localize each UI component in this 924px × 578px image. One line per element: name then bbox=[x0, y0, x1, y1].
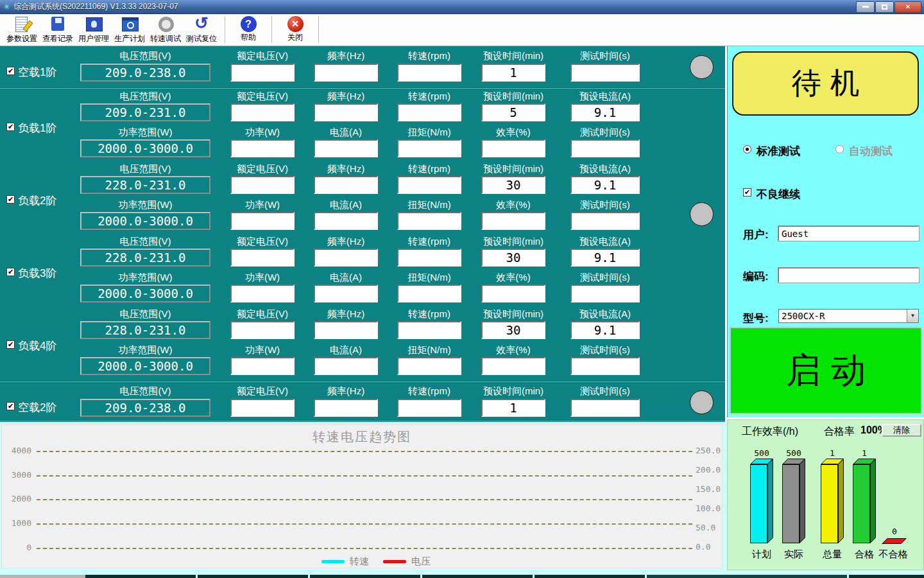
start-button[interactable]: 启动 bbox=[730, 327, 922, 414]
chevron-down-icon[interactable]: ▼ bbox=[907, 310, 918, 322]
field-input[interactable] bbox=[314, 285, 378, 302]
bad-continue-checkbox[interactable]: ✔ bbox=[743, 188, 751, 197]
field-input[interactable] bbox=[570, 249, 640, 267]
window-title: 综合测试系统(S202211069) V1.3.33 2023-07-07 bbox=[13, 1, 856, 12]
field-label: 功率(W) bbox=[230, 344, 295, 356]
speed-icon bbox=[156, 15, 175, 33]
stage-label: 负载2阶 bbox=[18, 193, 56, 208]
field-input[interactable] bbox=[481, 212, 545, 230]
field-input[interactable] bbox=[570, 64, 640, 82]
bar bbox=[750, 464, 767, 543]
field-input[interactable] bbox=[397, 64, 461, 82]
reset-icon: ↺ bbox=[192, 15, 211, 33]
field-input[interactable] bbox=[397, 285, 461, 302]
field-label: 转速(rpm) bbox=[397, 308, 461, 320]
field-input[interactable] bbox=[314, 321, 378, 339]
field-input[interactable] bbox=[481, 176, 545, 194]
legend-label: 转速 bbox=[350, 556, 369, 568]
toolbar-button-records[interactable]: 查看记录 bbox=[40, 14, 76, 44]
stage-load3-checkbox[interactable]: ✔ bbox=[6, 268, 15, 276]
restore-button[interactable] bbox=[875, 1, 894, 13]
field-label: 扭矩(N/m) bbox=[397, 344, 461, 356]
field-input[interactable] bbox=[570, 212, 640, 230]
help-icon: ? bbox=[241, 16, 257, 32]
field-input[interactable] bbox=[397, 249, 461, 267]
field-input[interactable] bbox=[397, 103, 461, 121]
field-input[interactable] bbox=[397, 139, 461, 157]
stage-config-area: ✔空载1阶电压范围(V)209.0-238.0额定电压(V)频率(Hz)转速(r… bbox=[0, 46, 725, 422]
field-input[interactable] bbox=[230, 64, 295, 82]
field-input[interactable] bbox=[481, 285, 545, 302]
field-input[interactable] bbox=[570, 399, 640, 417]
clear-button[interactable]: 清除 bbox=[882, 424, 921, 437]
field-input[interactable] bbox=[397, 321, 461, 339]
field-input[interactable] bbox=[314, 212, 378, 230]
field-input[interactable] bbox=[230, 321, 295, 339]
field-input[interactable] bbox=[230, 139, 295, 157]
field-input[interactable] bbox=[230, 285, 295, 302]
stage-divider bbox=[0, 420, 725, 421]
bar-value: 1 bbox=[844, 448, 885, 458]
field-input[interactable] bbox=[314, 139, 378, 157]
user-input[interactable] bbox=[778, 226, 919, 241]
field-input[interactable] bbox=[230, 103, 295, 121]
toolbar-button-plan[interactable]: 生产计划 bbox=[112, 14, 148, 44]
field-label: 功率范围(W) bbox=[80, 272, 210, 284]
field-input[interactable] bbox=[481, 103, 545, 121]
field-input[interactable] bbox=[570, 321, 640, 339]
toolbar-button-params[interactable]: 参数设置 bbox=[4, 14, 40, 44]
field-input[interactable] bbox=[230, 399, 295, 417]
field-input[interactable] bbox=[570, 103, 640, 121]
field-input[interactable] bbox=[314, 64, 378, 82]
efficiency-panel: 工作效率(/h) 合格率 100% 清除 500计划500实际1总量1合格0不合… bbox=[727, 419, 924, 570]
field-input[interactable] bbox=[481, 357, 545, 375]
field-input[interactable] bbox=[570, 357, 640, 375]
code-input[interactable] bbox=[778, 268, 919, 283]
field-label: 频率(Hz) bbox=[314, 163, 378, 175]
legend-item: 电压 bbox=[383, 556, 431, 568]
radio-auto-test[interactable] bbox=[835, 145, 844, 153]
window-close-button[interactable]: ✕ bbox=[894, 1, 921, 13]
field-input[interactable] bbox=[314, 103, 378, 121]
toolbar-button-help[interactable]: ?帮助 bbox=[230, 14, 266, 43]
field-input[interactable] bbox=[230, 176, 295, 194]
toolbar-button-close[interactable]: ✕关闭 bbox=[277, 14, 313, 43]
field-input[interactable] bbox=[570, 139, 640, 157]
field-input[interactable] bbox=[314, 176, 378, 194]
toolbar-button-reset[interactable]: ↺测试复位 bbox=[184, 14, 219, 44]
field-input[interactable] bbox=[314, 357, 378, 375]
field-input[interactable] bbox=[397, 212, 461, 230]
trend-chart: 转速电压趋势图 转速电压 40003000200010000250.0200.0… bbox=[1, 424, 723, 568]
right-axis-tick: 250.0 bbox=[696, 446, 725, 455]
minimize-icon bbox=[862, 6, 869, 8]
radio-standard-test[interactable] bbox=[743, 145, 751, 153]
field-input[interactable] bbox=[314, 399, 378, 417]
title-bar: ✳ 综合测试系统(S202211069) V1.3.33 2023-07-07 … bbox=[0, 0, 924, 14]
field-input[interactable] bbox=[230, 212, 295, 230]
stage-label: 负载4阶 bbox=[18, 338, 56, 353]
toolbar-button-users[interactable]: 用户管理 bbox=[76, 14, 112, 44]
restore-icon bbox=[882, 4, 887, 10]
field-input[interactable] bbox=[481, 321, 545, 339]
field-input[interactable] bbox=[570, 285, 640, 302]
model-select[interactable]: 2500CX-R ▼ bbox=[778, 309, 919, 323]
stage-load4-checkbox[interactable]: ✔ bbox=[6, 340, 15, 349]
stage-load1-checkbox[interactable]: ✔ bbox=[6, 123, 15, 131]
field-input[interactable] bbox=[230, 357, 295, 375]
field-input[interactable] bbox=[481, 64, 545, 82]
stage-load2-checkbox[interactable]: ✔ bbox=[6, 195, 15, 204]
field-input[interactable] bbox=[570, 176, 640, 194]
field-input[interactable] bbox=[397, 399, 461, 417]
toolbar-button-speed[interactable]: 转速调试 bbox=[148, 14, 184, 44]
field-input[interactable] bbox=[397, 357, 461, 375]
field-input[interactable] bbox=[481, 249, 545, 267]
stage-noload2-checkbox[interactable]: ✔ bbox=[6, 402, 15, 410]
field-input[interactable] bbox=[397, 176, 461, 194]
stage-noload1-checkbox[interactable]: ✔ bbox=[6, 67, 15, 75]
field-input[interactable] bbox=[314, 249, 378, 267]
field-input[interactable] bbox=[481, 399, 545, 417]
field-label: 转速(rpm) bbox=[397, 385, 461, 398]
minimize-button[interactable] bbox=[856, 1, 875, 13]
field-input[interactable] bbox=[230, 249, 295, 267]
field-input[interactable] bbox=[481, 139, 545, 157]
